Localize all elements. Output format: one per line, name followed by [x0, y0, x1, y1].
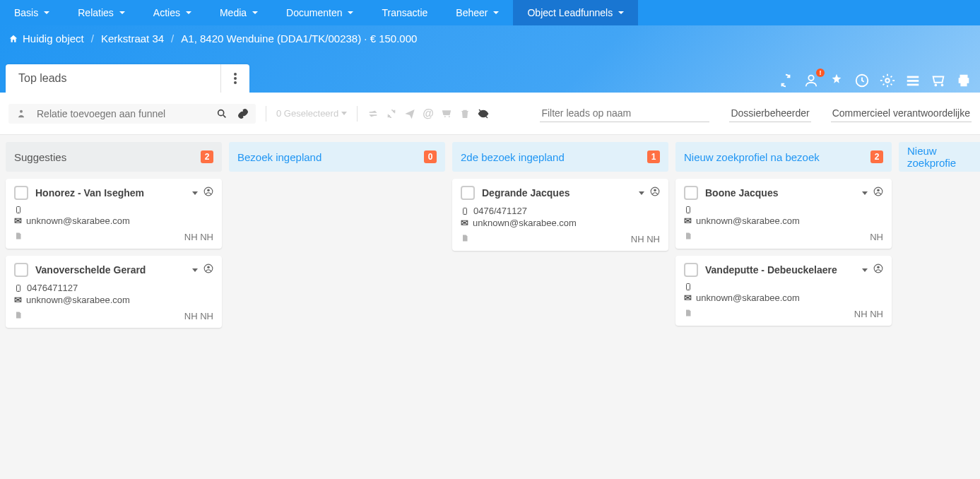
nav-item-media[interactable]: Media [206, 0, 272, 25]
chevron-down-icon [618, 11, 624, 14]
svg-point-31 [688, 289, 689, 290]
card-checkbox[interactable] [14, 186, 28, 200]
gear-icon[interactable] [880, 73, 895, 88]
star-icon[interactable] [829, 73, 844, 88]
search-icon[interactable] [216, 108, 228, 119]
column-body: Honorez - Van Iseghem✉unknown@skarabee.c… [6, 179, 222, 328]
lead-card[interactable]: Degrande Jacques0476/471127✉unknown@skar… [452, 179, 668, 251]
card-checkbox[interactable] [684, 263, 698, 277]
spin-icon[interactable] [386, 108, 397, 119]
nav-item-documenten[interactable]: Documenten [272, 0, 367, 25]
card-phone: 0476/471127 [461, 206, 660, 216]
user-circle-icon[interactable] [873, 264, 883, 276]
top-nav: BasisRelatiesActiesMediaDocumentenTransa… [0, 0, 980, 25]
nav-item-acties[interactable]: Acties [139, 0, 206, 25]
at-icon[interactable]: @ [423, 108, 434, 119]
column: Suggesties2Honorez - Van Iseghem✉unknown… [6, 142, 222, 328]
breadcrumb-sep: / [171, 32, 174, 45]
card-initials: NH NH [184, 311, 213, 321]
card-email: ✉unknown@skarabee.com [14, 215, 213, 226]
card-checkbox[interactable] [461, 186, 475, 200]
count-badge: 1 [647, 150, 660, 163]
card-footer: NH NH [14, 309, 213, 322]
card-footer: NH NH [684, 307, 883, 320]
nav-item-basis[interactable]: Basis [0, 0, 64, 25]
card-initials: NH NH [631, 234, 660, 244]
svg-point-0 [234, 73, 237, 76]
home-icon[interactable]: Huidig object [8, 32, 84, 45]
swap-icon[interactable] [367, 108, 379, 119]
chevron-down-icon [348, 11, 353, 14]
column: 2de bezoek ingepland1Degrande Jacques047… [452, 142, 668, 328]
chevron-down-icon[interactable] [862, 191, 868, 195]
nav-item-transactie[interactable]: Transactie [367, 0, 442, 25]
lead-card[interactable]: Vanoverschelde Gerard0476471127✉unknown@… [6, 256, 222, 328]
user-circle-icon[interactable] [203, 264, 213, 276]
user-circle-icon[interactable] [203, 187, 213, 199]
file-icon [14, 309, 23, 322]
eye-off-icon[interactable] [478, 108, 489, 119]
filter-input[interactable] [540, 105, 709, 122]
nav-item-relaties[interactable]: Relaties [64, 0, 139, 25]
cart-icon[interactable] [931, 73, 946, 88]
card-name: Vandeputte - Debeuckelaere [705, 264, 855, 276]
dossier-field[interactable]: Dossierbeheerder [729, 105, 810, 122]
column-header[interactable]: Bezoek ingepland0 [229, 142, 445, 172]
nav-item-label: Relaties [78, 7, 114, 18]
svg-point-25 [877, 189, 880, 192]
breadcrumb-home[interactable]: Huidig object [23, 32, 84, 45]
user-circle-icon[interactable] [650, 187, 660, 199]
card-phone [14, 206, 213, 214]
clock-icon[interactable] [854, 73, 870, 88]
relation-input[interactable] [37, 108, 206, 119]
column-title: Bezoek ingepland [237, 151, 321, 163]
nav-item-object-leadfunnels[interactable]: Object Leadfunnels [513, 0, 638, 25]
refresh-icon[interactable] [778, 73, 793, 88]
user-icon[interactable]: ! [803, 73, 819, 88]
separator [266, 106, 266, 122]
card-email: ✉unknown@skarabee.com [14, 295, 213, 305]
list-icon[interactable] [905, 73, 921, 88]
selected-count[interactable]: 0 Geselecteerd [276, 108, 347, 119]
breadcrumb-street[interactable]: Kerkstraat 34 [101, 32, 164, 45]
svg-point-5 [885, 78, 890, 83]
svg-point-17 [207, 266, 210, 269]
print-icon[interactable] [956, 73, 972, 88]
column-header[interactable]: 2de bezoek ingepland1 [452, 142, 668, 172]
link-icon[interactable] [237, 108, 249, 119]
column-header[interactable]: Nieuw zoekprofiel na bezoek2 [675, 142, 892, 172]
chevron-down-icon[interactable] [192, 191, 198, 195]
chevron-down-icon[interactable] [639, 191, 644, 195]
column-title: Nieuw zoekprofie [907, 145, 975, 169]
column-header[interactable]: Suggesties2 [6, 142, 222, 172]
column-body [229, 179, 445, 328]
cart-small-icon[interactable] [441, 108, 452, 119]
send-icon[interactable] [404, 108, 415, 119]
file-icon [684, 307, 692, 320]
lead-card[interactable]: Honorez - Van Iseghem✉unknown@skarabee.c… [6, 179, 222, 249]
breadcrumb-sep: / [91, 32, 94, 45]
more-button[interactable] [221, 64, 249, 93]
card-name: Honorez - Van Iseghem [35, 187, 185, 199]
svg-point-15 [18, 212, 19, 213]
column-header[interactable]: Nieuw zoekprofie [899, 142, 980, 172]
user-circle-icon[interactable] [873, 187, 883, 199]
svg-rect-8 [907, 84, 919, 86]
chevron-down-icon[interactable] [192, 268, 198, 272]
commercial-field[interactable]: Commercieel verantwoordelijke [831, 105, 972, 122]
separator [357, 106, 358, 122]
count-badge: 2 [870, 150, 883, 163]
chevron-down-icon[interactable] [862, 268, 868, 272]
kanban-board: Suggesties2Honorez - Van Iseghem✉unknown… [0, 135, 980, 335]
nav-item-label: Transactie [382, 7, 427, 18]
trash-icon[interactable] [459, 108, 471, 119]
header-actions: ! [778, 73, 972, 88]
card-name: Vanoverschelde Gerard [35, 264, 185, 276]
nav-item-beheer[interactable]: Beheer [442, 0, 513, 25]
card-email: ✉unknown@skarabee.com [461, 218, 660, 228]
lead-card[interactable]: Boone Jacques✉unknown@skarabee.comNH [675, 179, 892, 249]
card-checkbox[interactable] [684, 186, 698, 200]
card-checkbox[interactable] [14, 263, 28, 277]
page-header: Huidig object / Kerkstraat 34 / A1, 8420… [0, 25, 980, 93]
lead-card[interactable]: Vandeputte - Debeuckelaere✉unknown@skara… [675, 256, 892, 326]
